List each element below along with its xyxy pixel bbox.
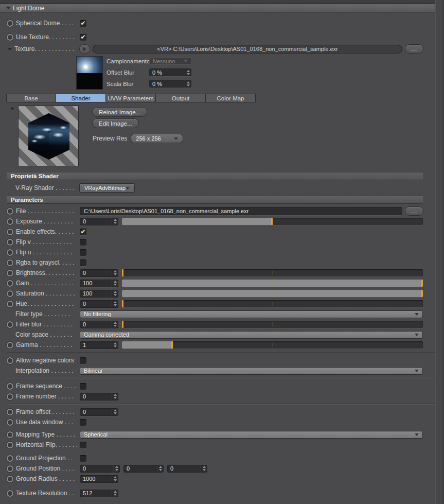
animation-dot-icon[interactable] <box>7 249 13 256</box>
animation-dot-icon[interactable] <box>7 490 13 497</box>
animation-dot-icon[interactable] <box>7 321 13 328</box>
stepper-icon[interactable] <box>112 300 118 308</box>
stepper-icon[interactable] <box>113 465 120 473</box>
reload-image-button[interactable]: Reload Image... <box>93 108 147 116</box>
animation-dot-icon[interactable] <box>7 442 13 448</box>
brightness-slider[interactable] <box>122 269 423 276</box>
stepper-icon[interactable] <box>157 465 164 473</box>
frame-offset-input[interactable]: 0 <box>80 408 118 416</box>
animation-dot-icon[interactable] <box>7 342 13 349</box>
gain-slider[interactable] <box>122 280 423 287</box>
file-path-field[interactable]: C:\Users\Loris\Desktop\AS01_0168_non_com… <box>80 207 402 215</box>
texture-thumbnail[interactable] <box>76 56 103 90</box>
interpolation-dropdown[interactable]: Bilinear <box>80 367 423 375</box>
frame-number-label: Frame number . . . . . <box>16 393 74 400</box>
ground-position-x-input[interactable]: 0 <box>80 465 120 473</box>
use-data-window-checkbox[interactable] <box>80 419 86 426</box>
flip-u-checkbox[interactable] <box>80 249 86 256</box>
vray-shader-dropdown[interactable]: VRayAdvBitmap <box>80 184 134 192</box>
spherical-dome-checkbox[interactable] <box>80 20 86 27</box>
scala-blur-input[interactable]: 0 % <box>149 80 191 88</box>
animation-dot-icon[interactable] <box>7 419 13 426</box>
edit-image-button[interactable]: Edit Image... <box>93 119 138 128</box>
ground-position-z-input[interactable]: 0 <box>167 465 207 473</box>
ground-projection-checkbox[interactable] <box>80 455 86 462</box>
stepper-icon[interactable] <box>112 280 118 287</box>
animation-dot-icon[interactable] <box>7 239 13 246</box>
animation-dot-icon[interactable] <box>7 259 13 266</box>
use-texture-checkbox[interactable] <box>80 34 86 41</box>
hue-slider[interactable] <box>122 300 423 307</box>
animation-dot-icon[interactable] <box>7 383 13 390</box>
stepper-icon[interactable] <box>112 393 118 401</box>
animation-dot-icon[interactable] <box>7 301 13 307</box>
frame-sequence-checkbox[interactable] <box>80 383 86 390</box>
ground-radius-input[interactable]: 1000 <box>80 475 118 483</box>
animation-dot-icon[interactable] <box>7 270 13 276</box>
animation-dot-icon[interactable] <box>7 393 13 400</box>
filter-blur-slider[interactable] <box>122 321 423 328</box>
shader-preview-swatch[interactable] <box>18 106 79 166</box>
animation-dot-icon[interactable] <box>7 455 13 462</box>
rgba-to-grayscl-checkbox[interactable] <box>80 259 86 266</box>
stepper-icon[interactable] <box>112 321 118 328</box>
brightness-input[interactable]: 0 <box>80 269 118 277</box>
mapping-type-dropdown[interactable]: Spherical <box>80 431 423 439</box>
enable-effects-checkbox[interactable] <box>80 229 86 235</box>
stepper-icon[interactable] <box>185 80 191 88</box>
animation-dot-icon[interactable] <box>7 409 13 415</box>
stepper-icon[interactable] <box>112 341 118 349</box>
stepper-icon[interactable] <box>185 68 191 76</box>
animation-dot-icon[interactable] <box>7 476 13 482</box>
file-browse-button[interactable]: ... <box>405 207 423 215</box>
animation-dot-icon[interactable] <box>7 208 13 215</box>
allow-negative-colors-checkbox[interactable] <box>80 357 86 364</box>
frame-number-input[interactable]: 0 <box>80 393 118 401</box>
texture-preview-button[interactable] <box>80 45 90 54</box>
color-space-dropdown[interactable]: Gamma corrected <box>80 331 423 339</box>
animation-dot-icon[interactable] <box>7 357 13 364</box>
saturation-input[interactable]: 100 <box>80 290 118 298</box>
animation-dot-icon[interactable] <box>7 20 13 27</box>
animation-dot-icon[interactable] <box>7 431 13 438</box>
tab-color-map[interactable]: Color Map <box>206 94 256 102</box>
tab-base[interactable]: Base <box>6 94 56 102</box>
preview-res-dropdown[interactable]: 256 x 256 <box>131 134 183 143</box>
ground-position-y-input[interactable]: 0 <box>123 465 164 473</box>
tab-shader[interactable]: Shader <box>56 94 106 102</box>
horizontal-flip-checkbox[interactable] <box>80 442 86 448</box>
hue-input[interactable]: 0 <box>80 300 118 308</box>
texture-path-field[interactable]: <VR> C:\Users\Loris\Desktop\AS01_0168_no… <box>93 45 402 54</box>
animation-dot-icon[interactable] <box>7 218 13 225</box>
saturation-slider[interactable] <box>122 290 423 297</box>
gain-input[interactable]: 100 <box>80 280 118 287</box>
offset-blur-input[interactable]: 0 % <box>149 68 191 76</box>
texture-resolution-input[interactable]: 512 <box>80 490 118 497</box>
tab-output[interactable]: Output <box>156 94 206 102</box>
animation-dot-icon[interactable] <box>7 229 13 235</box>
stepper-icon[interactable] <box>112 490 118 497</box>
animation-dot-icon[interactable] <box>7 280 13 287</box>
exposure-input[interactable]: 0 <box>80 218 118 225</box>
stepper-icon[interactable] <box>112 408 118 416</box>
texture-browse-button[interactable]: ... <box>405 45 423 53</box>
collapse-triangle-icon[interactable] <box>6 7 10 9</box>
animation-dot-icon[interactable] <box>7 34 13 41</box>
stepper-icon[interactable] <box>201 465 207 473</box>
tab-uvw-parameters[interactable]: UVW Parameters <box>106 94 156 102</box>
stepper-icon[interactable] <box>112 269 118 277</box>
gamma-input[interactable]: 1 <box>80 341 118 349</box>
stepper-icon[interactable] <box>112 290 118 298</box>
light-dome-header[interactable]: Light Dome <box>0 4 435 12</box>
stepper-icon[interactable] <box>112 218 118 225</box>
stepper-icon[interactable] <box>112 475 118 483</box>
preview-collapse-triangle-icon[interactable] <box>10 108 14 110</box>
animation-dot-icon[interactable] <box>7 290 13 297</box>
exposure-slider[interactable] <box>122 218 423 225</box>
texture-expand-triangle-icon[interactable] <box>8 48 12 50</box>
gamma-slider[interactable] <box>122 341 423 349</box>
flip-v-checkbox[interactable] <box>80 239 86 246</box>
filter-blur-input[interactable]: 0 <box>80 321 118 328</box>
filter-type-dropdown[interactable]: No filtering <box>80 310 423 318</box>
animation-dot-icon[interactable] <box>7 465 13 472</box>
